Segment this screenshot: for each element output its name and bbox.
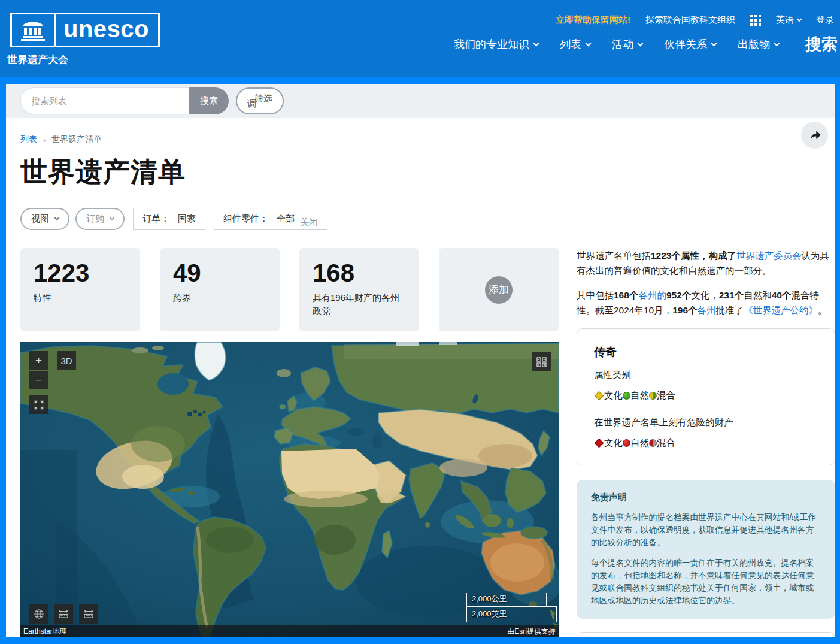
chevron-down-icon (586, 40, 592, 46)
next-panel-stub (577, 632, 835, 644)
disclaimer-paragraph-1: 各州当事方制作的提名档案由世界遗产中心在其网站和/或工作文件中发布，以确保透明度… (591, 511, 821, 549)
inline-link[interactable]: 各州的 (638, 290, 666, 300)
text-segment: 168个 (614, 290, 638, 300)
filters-button[interactable]: 调 筛选 (236, 87, 284, 114)
basemap-gallery-button[interactable] (532, 352, 551, 371)
attribution-source: Earthstar地理 (23, 627, 67, 637)
ruler-icon (83, 609, 94, 619)
disclaimer-title: 免责声明 (591, 492, 821, 503)
list-search-bar: 搜索 调 筛选 (6, 84, 835, 118)
nature-circle-icon (623, 392, 630, 400)
disclaimer-panel: 免责声明 各州当事方制作的提名档案由世界遗产中心在其网站和/或工作文件中发布，以… (577, 480, 835, 619)
disclaimer-paragraph-2: 每个提名文件的内容的唯一责任在于有关的州政党。提名档案的发布，包括地图和名称，并… (591, 557, 821, 607)
breadcrumb-lists-link[interactable]: 列表 (20, 134, 37, 145)
zoom-out-button[interactable]: − (29, 371, 48, 389)
search-input[interactable] (20, 87, 189, 114)
site-header: unesco 世界遗产大会 立即帮助保留网站! 探索联合国教科文组织 英语 登录… (0, 0, 840, 77)
search-button[interactable]: 搜索 (189, 87, 229, 114)
utility-explore-link[interactable]: 探索联合国教科文组织 (645, 14, 735, 26)
scale-miles: 2,000英里 (466, 606, 557, 622)
chip-close-label[interactable]: 关闭 (300, 217, 318, 228)
legend-group2-label: 在世界遗产名单上刻有危险的财产 (594, 416, 818, 429)
stat-cards: 1223 特性 49 跨界 168 具有196年财产的各州政党 添加 (20, 248, 559, 331)
chevron-down-icon (54, 215, 59, 220)
order-filter-chip[interactable]: 订单： 国家 (133, 208, 205, 230)
view-dropdown[interactable]: 视图 (20, 208, 69, 230)
text-segment: 196个 (672, 305, 697, 315)
fullscreen-button[interactable] (29, 395, 48, 414)
breadcrumb-current: 世界遗产清单 (51, 134, 102, 145)
left-column: 1223 特性 49 跨界 168 具有196年财产的各州政党 添加 (20, 248, 559, 644)
expand-icon (34, 400, 44, 410)
chevron-down-icon (110, 215, 114, 220)
add-button[interactable]: 添加 (485, 276, 513, 304)
main-nav: 我们的专业知识 列表 活动 伙伴关系 出版物 搜索 (454, 34, 838, 55)
attribution-esri[interactable]: 由Esri提供支持 (507, 627, 556, 637)
text-segment: 世界遗产名单包括 (577, 250, 651, 261)
inline-link[interactable]: 各州 (698, 305, 716, 315)
apps-grid-icon[interactable] (750, 15, 761, 26)
right-column: 世界遗产名单包括1223个属性，构成了世界遗产委员会认为具有杰出的普遍价值的文化… (577, 248, 835, 644)
world-heritage-map[interactable]: + − 3D (20, 342, 559, 637)
stat-value: 49 (173, 260, 269, 286)
map-3d-toggle[interactable]: 3D (57, 351, 76, 370)
danger-mixed-circle-icon (649, 439, 657, 447)
dashboard-row: 1223 特性 49 跨界 168 具有196年财产的各州政党 添加 (20, 248, 835, 644)
text-segment: 952个 (666, 290, 691, 300)
stat-value: 1223 (34, 260, 129, 286)
legend-group2-row: 文化 自然 混合 (594, 437, 818, 449)
legend-panel: 传奇 属性类别 文化 自然 混合 在世界遗产名单上刻有危险的财产 (577, 328, 835, 465)
text-segment: 批准了 (716, 305, 744, 315)
text-segment: 231个 (719, 290, 744, 300)
nav-item-lists[interactable]: 列表 (560, 37, 590, 52)
language-selector[interactable]: 英语 (776, 14, 801, 26)
stat-card-states-parties: 168 具有196年财产的各州政党 (299, 248, 419, 331)
nav-item-expertise[interactable]: 我们的专业知识 (454, 37, 538, 52)
header-search-button[interactable]: 搜索 (805, 34, 838, 55)
basemap-grid-icon (536, 357, 547, 367)
intro-text: 世界遗产名单包括1223个属性，构成了世界遗产委员会认为具有杰出的普遍价值的文化… (577, 248, 835, 318)
breadcrumb: 列表 › 世界遗产清单 (20, 134, 835, 146)
main-content: 列表 › 世界遗产清单 世界遗产清单 视图 订购 订单： 国家 (6, 134, 835, 644)
inline-link[interactable]: 世界遗产委员会 (736, 250, 802, 261)
utility-nav: 立即帮助保留网站! 探索联合国教科文组织 英语 登录 (556, 14, 834, 26)
page-title: 世界遗产清单 (20, 156, 835, 188)
stat-label: 跨界 (173, 291, 269, 304)
order-dropdown[interactable]: 订购 (75, 208, 125, 230)
map-attribution: Earthstar地理 由Esri提供支持 (20, 625, 559, 637)
ruler-icon (58, 609, 69, 619)
danger-nature-circle-icon (623, 439, 630, 447)
text-segment: 其中包括 (577, 290, 614, 300)
globe-projection-button[interactable] (29, 604, 48, 624)
text-segment: 1223个属性，构成了 (651, 250, 736, 261)
nav-item-partnerships[interactable]: 伙伴关系 (664, 37, 716, 52)
text-segment: 。 (818, 305, 827, 315)
chevron-down-icon (533, 40, 539, 46)
header-accent-strip (0, 77, 840, 84)
zoom-controls: + − (29, 351, 48, 389)
chevron-down-icon (797, 16, 802, 21)
login-link[interactable]: 登录 (816, 14, 834, 26)
unesco-logo[interactable]: unesco (10, 13, 160, 47)
danger-culture-diamond-icon (595, 439, 604, 448)
measure-distance-button[interactable] (54, 604, 73, 624)
nav-item-publications[interactable]: 出版物 (738, 37, 779, 52)
stat-label: 特性 (34, 291, 129, 304)
inline-link[interactable]: 《世界遗产公约》 (744, 305, 818, 315)
stat-value: 168 (313, 260, 408, 286)
stat-card-properties: 1223 特性 (20, 248, 140, 331)
measure-area-button[interactable] (79, 604, 98, 624)
utility-help-link[interactable]: 立即帮助保留网站! (556, 14, 630, 26)
chevron-down-icon (638, 40, 644, 46)
breadcrumb-separator: › (43, 135, 46, 144)
components-filter-chip[interactable]: 组件零件： 全部 关闭 (214, 208, 327, 230)
zoom-in-button[interactable]: + (29, 351, 48, 370)
legend-group1-row: 文化 自然 混合 (594, 389, 818, 402)
unesco-temple-icon (12, 14, 54, 46)
nav-item-activities[interactable]: 活动 (612, 37, 642, 52)
legend-group1-label: 属性类别 (594, 369, 818, 382)
culture-diamond-icon (595, 391, 604, 401)
stat-card-add[interactable]: 添加 (439, 248, 559, 331)
text-segment: 自然和 (744, 290, 772, 300)
stat-card-transboundary: 49 跨界 (160, 248, 280, 331)
